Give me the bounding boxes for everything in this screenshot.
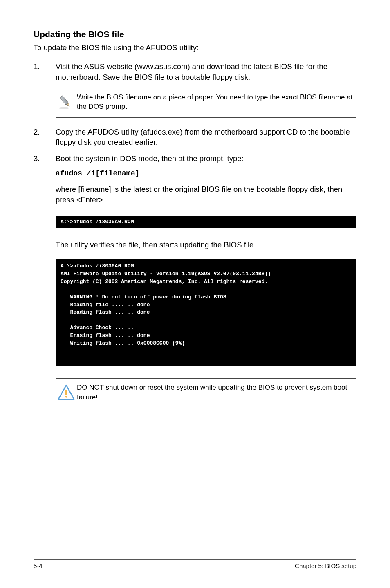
where-text: where [filename] is the latest or the or… [56, 184, 356, 205]
svg-point-0 [59, 107, 69, 110]
step-text: Boot the system in DOS mode, then at the… [56, 153, 356, 164]
command-text: afudos /i[filename] [56, 169, 356, 177]
step-number: 3. [34, 153, 56, 164]
intro-text: To update the BIOS file using the AFUDOS… [34, 43, 356, 52]
footer-page-number: 5-4 [34, 562, 43, 569]
note-box-tip: Write the BIOS filename on a piece of pa… [56, 88, 356, 118]
pencil-icon [56, 93, 77, 111]
warning-text: DO NOT shut down or reset the system whi… [77, 383, 356, 402]
note-box-warning: DO NOT shut down or reset the system whi… [56, 378, 356, 408]
step-3: 3. Boot the system in DOS mode, then at … [34, 153, 356, 164]
verify-text: The utility verifies the file, then star… [56, 240, 356, 249]
step-text: Copy the AFUDOS utility (afudos.exe) fro… [56, 127, 356, 148]
warning-icon [56, 384, 77, 402]
step-number: 1. [34, 61, 56, 82]
note-text: Write the BIOS filename on a piece of pa… [77, 92, 356, 112]
svg-rect-5 [65, 390, 67, 395]
svg-point-6 [65, 396, 67, 398]
terminal-output-1: A:\>afudos /i8036A0.ROM [56, 216, 356, 229]
section-heading: Updating the BIOS file [34, 29, 356, 39]
step-text: Visit the ASUS website (www.asus.com) an… [56, 61, 356, 82]
step-2: 2. Copy the AFUDOS utility (afudos.exe) … [34, 127, 356, 148]
terminal-output-2: A:\>afudos /i8036A0.ROM AMI Firmware Upd… [56, 259, 356, 366]
page-footer: 5-4 Chapter 5: BIOS setup [34, 559, 356, 569]
step-1: 1. Visit the ASUS website (www.asus.com)… [34, 61, 356, 82]
footer-chapter: Chapter 5: BIOS setup [295, 562, 356, 569]
svg-rect-1 [60, 96, 68, 105]
step-number: 2. [34, 127, 56, 148]
